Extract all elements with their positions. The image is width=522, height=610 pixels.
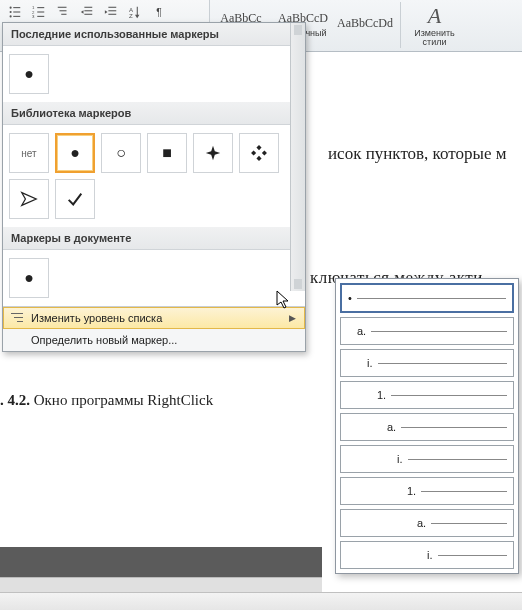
level-line (401, 427, 507, 428)
svg-marker-26 (135, 15, 139, 19)
level-line (357, 298, 506, 299)
level-marker: i. (367, 357, 373, 369)
bullet-dropdown: Последние использованные маркеры ● Библи… (2, 22, 306, 352)
caption-number: . 4.2. (0, 392, 34, 408)
svg-rect-9 (37, 11, 44, 12)
figure-caption: . 4.2. Окно программы RightClick (0, 392, 213, 409)
section-in-document: Маркеры в документе (3, 227, 305, 250)
doc-text-fragment: исок пунктов, которые м (328, 144, 518, 164)
change-list-level-item[interactable]: Изменить уровень списка ▶ (3, 307, 305, 329)
bullet-diamonds[interactable] (239, 133, 279, 173)
svg-rect-17 (84, 14, 92, 15)
level-line (431, 523, 507, 524)
bullets-button[interactable] (4, 2, 26, 22)
section-library: Библиотека маркеров (3, 102, 305, 125)
svg-rect-7 (37, 7, 44, 8)
change-styles-button[interactable]: A Изменить стили (400, 2, 462, 48)
svg-rect-20 (108, 10, 116, 11)
list-level-option[interactable]: i. (340, 445, 514, 473)
numbering-button[interactable]: 123 (28, 2, 50, 22)
level-marker: a. (387, 421, 396, 433)
dropdown-scrollbar[interactable] (290, 23, 305, 291)
sort-button[interactable]: AZ (124, 2, 146, 22)
svg-rect-30 (262, 150, 267, 155)
svg-rect-5 (13, 16, 20, 17)
svg-point-0 (10, 7, 12, 9)
list-level-option[interactable]: i. (340, 349, 514, 377)
bullet-4star[interactable] (193, 133, 233, 173)
svg-marker-22 (105, 10, 108, 14)
horizontal-scrollbar[interactable] (0, 592, 522, 610)
list-level-option[interactable]: a. (340, 317, 514, 345)
menu-label: Изменить уровень списка (31, 312, 162, 324)
bullet-none[interactable]: нет (9, 133, 49, 173)
page-gap (0, 547, 322, 577)
svg-marker-32 (22, 193, 36, 206)
define-new-bullet-item[interactable]: Определить новый маркер... (3, 329, 305, 351)
svg-rect-13 (60, 10, 67, 11)
level-marker: a. (357, 325, 366, 337)
level-line (408, 459, 508, 460)
list-level-submenu: •a.i.1.a.i.1.a.i. (335, 278, 519, 574)
svg-rect-3 (13, 11, 20, 12)
svg-rect-29 (251, 150, 256, 155)
level-marker: i. (397, 453, 403, 465)
list-level-option[interactable]: a. (340, 509, 514, 537)
bullet-check[interactable] (55, 179, 95, 219)
level-marker: a. (417, 517, 426, 529)
bullet-square[interactable]: ■ (147, 133, 187, 173)
svg-rect-25 (137, 7, 138, 16)
svg-rect-19 (108, 7, 116, 8)
svg-rect-35 (17, 321, 23, 322)
list-level-option[interactable]: 1. (340, 381, 514, 409)
level-marker: 1. (377, 389, 386, 401)
svg-rect-16 (84, 10, 92, 11)
library-bullets: нет ● ○ ■ (3, 125, 305, 227)
doc-bullets: ● (3, 250, 305, 306)
decrease-indent-button[interactable] (76, 2, 98, 22)
list-level-option[interactable]: i. (340, 541, 514, 569)
level-marker: 1. (407, 485, 416, 497)
increase-indent-button[interactable] (100, 2, 122, 22)
caption-text: Окно программы RightClick (34, 392, 213, 408)
svg-marker-27 (206, 146, 220, 160)
bullet-circle[interactable]: ○ (101, 133, 141, 173)
show-marks-button[interactable]: ¶ (148, 2, 170, 22)
svg-rect-14 (61, 14, 66, 15)
level-line (371, 331, 507, 332)
level-marker: i. (427, 549, 433, 561)
svg-text:3: 3 (32, 14, 35, 19)
svg-rect-15 (84, 7, 92, 8)
svg-rect-12 (58, 7, 67, 8)
list-level-option[interactable]: • (340, 283, 514, 313)
list-level-option[interactable]: 1. (340, 477, 514, 505)
svg-rect-33 (11, 313, 23, 314)
svg-text:Z: Z (129, 12, 133, 19)
change-styles-icon: A (428, 3, 441, 29)
section-recent: Последние использованные маркеры (3, 23, 305, 46)
svg-rect-34 (14, 317, 23, 318)
svg-rect-31 (256, 156, 261, 161)
svg-rect-21 (108, 14, 116, 15)
recent-bullets: ● (3, 46, 305, 102)
level-line (378, 363, 508, 364)
dropdown-menu: Изменить уровень списка ▶ Определить нов… (3, 306, 305, 351)
svg-rect-11 (37, 16, 44, 17)
bullet-disc[interactable]: ● (9, 258, 49, 298)
list-level-option[interactable]: a. (340, 413, 514, 441)
multilevel-button[interactable] (52, 2, 74, 22)
bullet-arrow[interactable] (9, 179, 49, 219)
style-preview: AaBbCcDd (337, 16, 393, 31)
style-other[interactable]: AaBbCcDd (335, 2, 395, 46)
svg-marker-18 (81, 10, 84, 14)
bullet-disc[interactable]: ● (55, 133, 95, 173)
change-styles-label: Изменить стили (407, 29, 462, 48)
chevron-right-icon: ▶ (289, 313, 296, 323)
bullet-disc[interactable]: ● (9, 54, 49, 94)
svg-rect-1 (13, 7, 20, 8)
svg-point-2 (10, 11, 12, 13)
svg-point-4 (10, 15, 12, 17)
level-marker: • (348, 292, 352, 304)
menu-label: Определить новый маркер... (31, 334, 177, 346)
svg-rect-28 (256, 145, 261, 150)
